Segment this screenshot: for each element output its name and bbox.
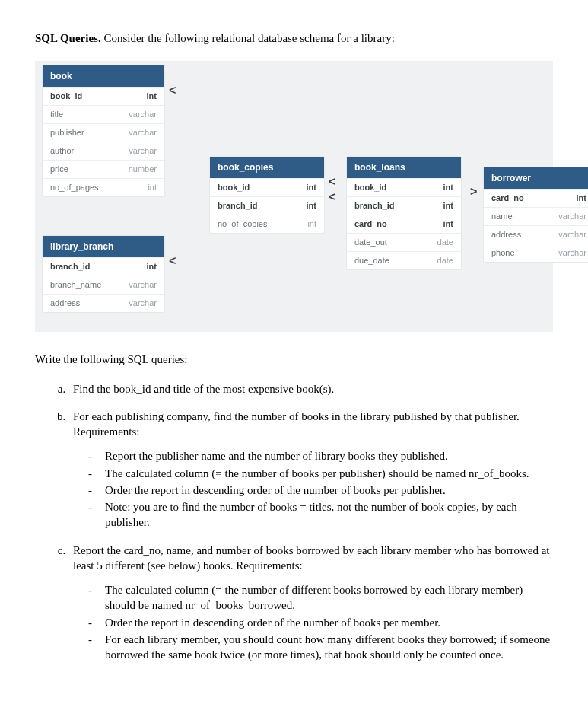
requirement-item: Note: you are to find the number of book…: [88, 499, 553, 530]
table-borrower: borrower card_noint namevarchar addressv…: [484, 167, 588, 262]
table-row: branch_idint: [347, 196, 461, 215]
table-row: authorvarchar: [43, 142, 164, 160]
schema-diagram: book book_idint titlevarchar publisherva…: [35, 61, 553, 332]
question-list: Find the book_id and title of the most e…: [35, 381, 553, 663]
arrow-icon: <: [169, 253, 176, 269]
question-text: Report the card_no, name, and number of …: [73, 544, 549, 572]
title-bold: SQL Queries.: [35, 32, 101, 44]
requirement-item: The calculated column (= the number of d…: [88, 582, 553, 613]
requirement-item: Report the publisher name and the number…: [88, 448, 553, 463]
table-row: due_datedate: [347, 251, 461, 269]
table-header: borrower: [484, 167, 588, 189]
table-row: phonevarchar: [484, 244, 588, 262]
table-header: book_copies: [210, 157, 324, 178]
table-row: no_of_copiesint: [210, 215, 324, 233]
requirement-item: Order the report in descending order of …: [88, 615, 553, 630]
questions-intro: Write the following SQL queries:: [35, 352, 553, 367]
arrow-icon: >: [470, 183, 477, 200]
table-header: library_branch: [43, 236, 164, 257]
table-row: book_idint: [347, 178, 461, 196]
table-row: date_outdate: [347, 233, 461, 251]
table-book-loans: book_loans book_idint branch_idint card_…: [347, 157, 461, 269]
title-rest: Consider the following relational databa…: [101, 32, 395, 44]
page-title: SQL Queries. Consider the following rela…: [35, 30, 553, 46]
table-header: book_loans: [347, 157, 461, 178]
question-text: For each publishing company, find the nu…: [73, 410, 520, 438]
requirement-list: The calculated column (= the number of d…: [73, 582, 553, 662]
question-text: Find the book_id and title of the most e…: [73, 383, 334, 395]
question-b: For each publishing company, find the nu…: [68, 409, 553, 530]
table-row: namevarchar: [484, 207, 588, 225]
table-library-branch: library_branch branch_idint branch_namev…: [43, 236, 164, 312]
table-header: book: [43, 65, 164, 87]
requirement-item: Order the report in descending order of …: [88, 483, 553, 498]
requirement-list: Report the publisher name and the number…: [73, 448, 553, 530]
arrow-icon: <: [169, 82, 176, 99]
table-row: branch_namevarchar: [43, 276, 164, 294]
requirement-item: For each library member, you should coun…: [88, 632, 553, 663]
arrow-icon: <: [329, 174, 335, 190]
table-row: branch_idint: [43, 257, 164, 276]
table-row: no_of_pagesint: [43, 178, 164, 196]
table-book-copies: book_copies book_idint branch_idint no_o…: [210, 157, 324, 233]
requirement-item: The calculated column (= the number of b…: [88, 466, 553, 481]
table-row: pricenumber: [43, 160, 164, 178]
table-book: book book_idint titlevarchar publisherva…: [43, 65, 164, 196]
table-row: addressvarchar: [43, 294, 164, 312]
table-row: publishervarchar: [43, 123, 164, 142]
table-row: card_noint: [347, 215, 461, 233]
table-row: book_idint: [210, 178, 324, 196]
question-c: Report the card_no, name, and number of …: [68, 543, 553, 663]
table-row: addressvarchar: [484, 225, 588, 244]
table-row: titlevarchar: [43, 105, 164, 123]
question-a: Find the book_id and title of the most e…: [68, 381, 553, 397]
arrow-icon: <: [329, 189, 335, 205]
table-row: book_idint: [43, 87, 164, 105]
table-row: card_noint: [484, 189, 588, 207]
table-row: branch_idint: [210, 196, 324, 215]
